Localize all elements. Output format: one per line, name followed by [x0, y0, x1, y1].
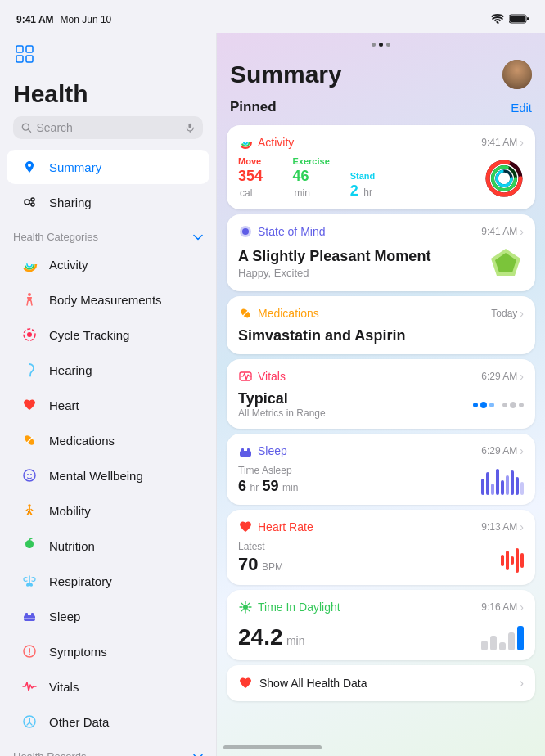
activity-stats: Move 354 cal Exercise 46 min [238, 156, 403, 200]
health-records-chevron [193, 749, 203, 756]
mind-card-body: A Slightly Pleasant Moment Happy, Excite… [238, 245, 524, 281]
activity-ring [484, 159, 524, 198]
heart-value-row: 70 BPM [238, 554, 283, 575]
dot-3 [489, 403, 494, 407]
sleep-title-row: Sleep [238, 443, 287, 458]
sidebar-item-sharing[interactable]: Sharing [7, 185, 209, 219]
medications-card[interactable]: Medications Today › Simvastatin and Aspi… [227, 296, 535, 354]
mind-text: A Slightly Pleasant Moment Happy, Excite… [238, 248, 430, 279]
pinned-label: Pinned [230, 99, 277, 115]
heart-card-title: Heart Rate [258, 520, 313, 533]
svg-point-28 [24, 470, 35, 481]
heart-rate-card[interactable]: Heart Rate 9:13 AM › Latest 70 BPM [227, 510, 535, 585]
health-categories-header[interactable]: Health Categories [0, 220, 216, 246]
battery-icon [509, 14, 529, 25]
vitals-card-title: Vitals [258, 370, 286, 383]
sidebar-item-mental[interactable]: Mental Wellbeing [7, 458, 209, 493]
sidebar-item-other[interactable]: Other Data [7, 704, 209, 739]
sidebar-label-vitals: Vitals [49, 680, 79, 694]
med-card-icon [238, 306, 253, 321]
activity-card-icon [238, 135, 253, 150]
sidebar-item-medications[interactable]: Medications [7, 423, 209, 457]
svg-rect-9 [188, 124, 191, 128]
activity-card[interactable]: Activity 9:41 AM › Move 354 cal [227, 125, 535, 209]
sidebar-label-sharing: Sharing [49, 196, 92, 209]
svg-rect-63 [240, 451, 251, 457]
mind-card-header: State of Mind 9:41 AM › [238, 224, 524, 239]
sidebar-grid-icon[interactable] [13, 43, 36, 65]
dot-5 [510, 402, 516, 408]
health-categories-title: Health Categories [13, 231, 98, 243]
sidebar-item-cycle[interactable]: Cycle Tracking [7, 317, 209, 352]
sidebar-label-other: Other Data [49, 715, 109, 729]
sidebar-item-hearing[interactable]: Hearing [7, 353, 209, 387]
wifi-icon [491, 14, 504, 25]
sidebar-item-nutrition[interactable]: Nutrition [7, 529, 209, 563]
activity-title-row: Activity [238, 135, 294, 150]
activity-card-body: Move 354 cal Exercise 46 min [238, 156, 524, 200]
svg-line-21 [27, 301, 28, 305]
daylight-chart [481, 621, 524, 650]
svg-point-24 [27, 332, 32, 337]
microphone-icon[interactable] [185, 122, 196, 133]
dot2 [379, 43, 383, 47]
heart-rate-icon [238, 520, 253, 534]
sleep-card-time: 6:29 AM › [481, 444, 524, 457]
daylight-card[interactable]: Time In Daylight 9:16 AM › 24.2 min [227, 590, 535, 660]
sidebar-item-symptoms[interactable]: Symptoms [7, 634, 209, 668]
sleep-bar-7 [511, 470, 514, 495]
sidebar-nav: Summary Sharing Health Categories [0, 149, 216, 756]
svg-point-14 [31, 203, 34, 206]
vitals-card[interactable]: Vitals 6:29 AM › Typical All Metrics in … [227, 359, 535, 429]
sleep-bar-1 [481, 479, 484, 495]
svg-point-18 [25, 260, 34, 269]
sidebar-item-body[interactable]: Body Measurements [7, 282, 209, 317]
svg-rect-33 [25, 613, 28, 616]
sleep-hr-unit: hr [250, 482, 259, 493]
exercise-value: 46 min [292, 168, 329, 200]
status-time: 9:41 AM [16, 14, 54, 25]
dot-4 [502, 403, 507, 407]
heart-card-time: 9:13 AM › [481, 520, 524, 533]
home-indicator [223, 745, 322, 749]
med-card-time: Today › [491, 307, 524, 320]
search-input[interactable] [37, 121, 180, 134]
svg-point-19 [27, 262, 32, 267]
sleep-bar-2 [486, 472, 489, 495]
search-bar[interactable] [13, 116, 203, 139]
daylight-bar-4 [508, 632, 515, 650]
avatar[interactable] [502, 60, 532, 89]
show-all-row[interactable]: Show All Health Data › [227, 665, 535, 701]
edit-button[interactable]: Edit [511, 101, 532, 115]
sidebar-item-mobility[interactable]: Mobility [7, 493, 209, 528]
svg-point-12 [25, 200, 29, 205]
health-categories-chevron [193, 230, 203, 243]
sidebar-label-symptoms: Symptoms [49, 645, 107, 659]
sidebar-item-vitals[interactable]: Vitals [7, 669, 209, 704]
sidebar-item-activity[interactable]: Activity [7, 247, 209, 281]
health-records-header[interactable]: Health Records [0, 740, 216, 756]
sidebar-item-heart[interactable]: Heart [7, 388, 209, 422]
svg-point-25 [29, 376, 31, 377]
sidebar-label-cycle: Cycle Tracking [49, 328, 129, 342]
vitals-range: All Metrics in Range [238, 407, 326, 419]
svg-point-49 [244, 141, 247, 144]
svg-rect-4 [26, 46, 33, 52]
dot-2 [480, 402, 487, 408]
sleep-icon [20, 606, 39, 626]
dot-6 [519, 403, 524, 407]
dot1 [372, 43, 376, 47]
vitals-card-header: Vitals 6:29 AM › [238, 369, 524, 384]
daylight-card-time: 9:16 AM › [481, 601, 524, 614]
sleep-card[interactable]: Sleep 6:29 AM › Time Asleep 6 hr 59 min [227, 434, 535, 505]
heart-card-header: Heart Rate 9:13 AM › [238, 520, 524, 534]
mind-headline: A Slightly Pleasant Moment [238, 248, 430, 265]
sidebar-item-summary[interactable]: Summary [7, 150, 209, 184]
vitals-icon [20, 677, 39, 696]
sleep-text: Time Asleep 6 hr 59 min [238, 465, 298, 495]
state-of-mind-card[interactable]: State of Mind 9:41 AM › A Slightly Pleas… [227, 214, 535, 291]
sidebar-item-sleep[interactable]: Sleep [7, 599, 209, 633]
sidebar-item-respiratory[interactable]: Respiratory [7, 564, 209, 598]
mind-subtitle: Happy, Excited [238, 267, 430, 279]
status-icons [491, 14, 529, 25]
